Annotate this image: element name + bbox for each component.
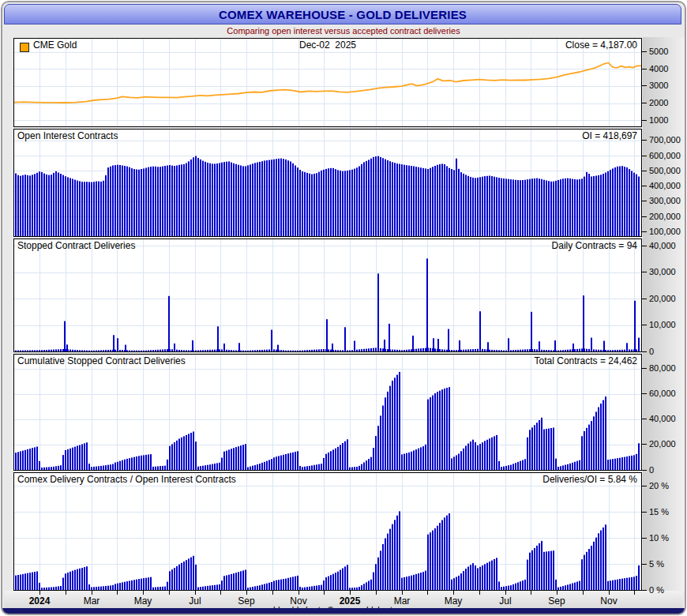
y-tick-label: 40,000 — [649, 241, 676, 250]
cumulative-deliveries-label: Cumulative Stopped Contract Deliveries — [17, 355, 186, 366]
screenshot-stage: COMEX WAREHOUSE - GOLD DELIVERIES Compar… — [0, 0, 687, 616]
y-tick-dash — [642, 486, 647, 486]
x-tick — [350, 591, 351, 595]
x-tick — [246, 591, 247, 595]
y-tick-dash — [642, 393, 647, 394]
x-tick — [609, 591, 610, 595]
open-interest-value: OI = 418,697 — [582, 130, 637, 141]
x-tick — [195, 591, 196, 595]
y-tick-label: 20,000 — [649, 294, 676, 303]
y-tick-label: 20,000 — [649, 439, 676, 449]
y-tick-dash — [642, 590, 647, 591]
x-tick — [557, 591, 557, 595]
y-tick-label: 2000 — [649, 98, 668, 107]
y-tick-dash — [642, 186, 647, 186]
y-tick-dash — [642, 419, 647, 419]
y-tick-label: 20 % — [649, 481, 669, 490]
y-tick-label: 4000 — [649, 64, 668, 73]
y-tick-label: 400,000 — [649, 181, 681, 190]
stopped-deliveries-label: Stopped Contract Deliveries — [17, 240, 135, 251]
y-tick-label: 10,000 — [649, 320, 676, 329]
x-tick — [634, 591, 635, 595]
x-tick — [453, 591, 454, 595]
y-tick-label: 30,000 — [649, 267, 676, 276]
deliveries-oi-ratio-plot — [14, 473, 641, 590]
y-tick-dash — [642, 299, 647, 299]
y-tick-dash — [642, 231, 647, 232]
x-tick — [143, 591, 144, 595]
open-interest-plot — [14, 130, 641, 236]
y-tick-dash — [642, 512, 647, 513]
deliveries-oi-ratio-label: Comex Delivery Contracts / Open Interest… — [17, 474, 236, 485]
y-tick-label: 80,000 — [649, 363, 676, 373]
open-interest-panel: Open Interest Contracts OI = 418,697 — [13, 129, 642, 237]
gold-price-plot — [14, 39, 641, 126]
y-tick-label: 100,000 — [649, 227, 681, 236]
daily-contracts-value: Daily Contracts = 94 — [552, 240, 637, 251]
gold-close-value: Close = 4,187.00 — [565, 39, 637, 51]
y-tick-dash — [642, 201, 647, 201]
x-tick — [324, 591, 325, 595]
deliveries-oi-ratio-panel: Comex Delivery Contracts / Open Interest… — [13, 472, 642, 591]
x-tick — [169, 591, 170, 595]
y-tick-label: 40,000 — [649, 414, 676, 423]
x-tick — [479, 591, 480, 595]
y-tick-dash — [642, 120, 647, 121]
x-tick — [583, 591, 584, 595]
y-tick-label: 500,000 — [649, 166, 681, 175]
cumulative-deliveries-panel: Cumulative Stopped Contract Deliveries T… — [13, 354, 642, 471]
cme-gold-legend-swatch — [20, 43, 29, 52]
x-tick — [272, 591, 273, 595]
y-tick-label: 60,000 — [649, 389, 676, 398]
y-tick-dash — [642, 368, 647, 369]
x-tick — [66, 591, 66, 595]
y-tick-label: 5 % — [649, 559, 664, 569]
y-tick-label: 10 % — [649, 533, 669, 543]
y-tick-dash — [642, 85, 647, 86]
y-tick-dash — [642, 538, 647, 539]
y-tick-dash — [642, 171, 647, 171]
chart-window-frame: COMEX WAREHOUSE - GOLD DELIVERIES Compar… — [1, 1, 686, 615]
x-tick — [505, 591, 506, 595]
x-tick — [298, 591, 299, 595]
x-tick — [427, 591, 428, 595]
x-tick — [92, 591, 92, 595]
gold-price-panel: CME Gold Dec-02 2025 Close = 4,187.00 — [13, 38, 642, 127]
y-tick-dash — [642, 156, 647, 156]
y-tick-label: 200,000 — [649, 212, 681, 221]
y-tick-dash — [642, 444, 647, 445]
y-tick-dash — [642, 351, 647, 352]
bottom-strip — [2, 608, 685, 614]
chart-subtitle: Comparing open interest versus accepted … — [2, 26, 685, 36]
x-tick — [402, 591, 403, 595]
y-tick-label: 700,000 — [649, 135, 681, 145]
y-tick-dash — [642, 470, 647, 471]
cumulative-deliveries-plot — [14, 355, 641, 470]
y-tick-label: 0 — [649, 347, 654, 356]
y-tick-dash — [642, 246, 647, 246]
y-tick-label: 600,000 — [649, 151, 681, 160]
open-interest-label: Open Interest Contracts — [17, 130, 118, 141]
window-titlebar: COMEX WAREHOUSE - GOLD DELIVERIES — [4, 4, 681, 24]
y-tick-dash — [642, 103, 647, 103]
y-tick-label: 15 % — [649, 507, 669, 516]
x-tick — [531, 591, 531, 595]
deliveries-oi-value: Deliveries/OI = 5.84 % — [542, 474, 637, 485]
y-tick-dash — [642, 325, 647, 325]
y-tick-label: 0 — [649, 465, 654, 475]
x-tick — [220, 591, 221, 595]
y-tick-dash — [642, 51, 647, 52]
stopped-deliveries-plot — [14, 239, 641, 351]
x-tick — [376, 591, 377, 595]
page-title: COMEX WAREHOUSE - GOLD DELIVERIES — [219, 8, 467, 21]
x-tick — [117, 591, 118, 595]
y-tick-label: 300,000 — [649, 196, 681, 205]
y-tick-dash — [642, 69, 647, 69]
x-tick — [39, 591, 40, 595]
y-tick-dash — [642, 564, 647, 565]
stopped-deliveries-panel: Stopped Contract Deliveries Daily Contra… — [13, 239, 642, 352]
y-tick-dash — [642, 272, 647, 272]
y-tick-label: 0 % — [649, 585, 664, 595]
y-tick-label: 3000 — [649, 81, 668, 90]
y-tick-dash — [642, 140, 647, 141]
